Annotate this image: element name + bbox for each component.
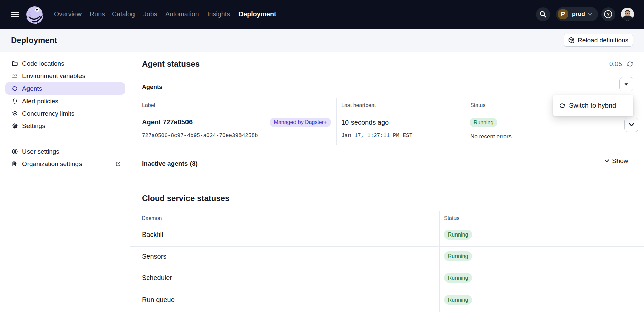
svg-text:?: ? <box>607 12 610 17</box>
